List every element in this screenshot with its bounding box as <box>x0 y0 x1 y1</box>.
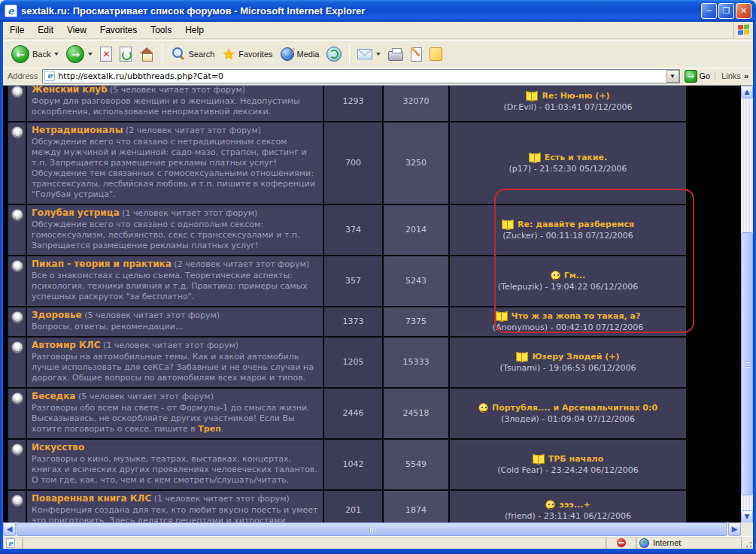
forum-post-count: 3250 <box>383 122 449 204</box>
forum-thread-count: 1042 <box>323 439 383 490</box>
last-post-link[interactable]: ТРБ начало <box>548 454 603 465</box>
minimize-button[interactable]: ─ <box>701 3 717 19</box>
favorites-button[interactable]: ★ Favorites <box>218 45 276 63</box>
forum-post-count: 24518 <box>383 388 449 439</box>
mail-button[interactable] <box>354 47 384 61</box>
search-button[interactable]: Search <box>166 45 218 63</box>
print-button[interactable] <box>384 46 407 62</box>
address-input[interactable]: e http://sextalk.ru/ubbthreads.php?Cat=0… <box>42 69 679 83</box>
horizontal-scrollbar[interactable]: ◀ ▶ <box>3 522 741 536</box>
smiley-icon <box>551 271 560 280</box>
last-post-link[interactable]: Портубля.... и Арсенальчигнах 0:0 <box>492 403 657 413</box>
mail-icon <box>357 49 372 59</box>
menu-tools[interactable]: Tools <box>144 23 178 38</box>
forward-button[interactable] <box>62 44 96 65</box>
media-button[interactable]: Media <box>277 46 323 62</box>
forum-post-count: 5243 <box>383 256 449 307</box>
forum-bulb-icon <box>11 260 23 272</box>
forward-dropdown-icon[interactable] <box>88 53 93 58</box>
forum-table: Женский клуб (5 человек читает этот фору… <box>7 85 688 522</box>
forum-readers: (1 человек читает этот форум) <box>103 341 238 350</box>
forum-post-count: 1874 <box>383 490 449 522</box>
address-dropdown-icon[interactable]: ▼ <box>666 70 679 83</box>
window-border-bottom <box>0 549 756 554</box>
scroll-left-icon[interactable]: ◀ <box>3 522 16 536</box>
forum-link[interactable]: Поваренная книга КЛС <box>32 493 151 504</box>
vertical-scrollbar[interactable]: ▲ ▼ <box>741 86 753 522</box>
forum-link[interactable]: Здоровье <box>32 310 82 320</box>
last-post-link[interactable]: Юзеру Злодей (+) <box>532 352 619 362</box>
history-button[interactable] <box>323 45 345 63</box>
last-post-link[interactable]: Что ж за жопа то такая, а? <box>512 311 641 322</box>
forum-bulb-icon <box>11 311 23 323</box>
menu-help[interactable]: Help <box>178 23 211 38</box>
links-toolbar[interactable]: Links » <box>715 71 751 80</box>
back-button[interactable]: Back <box>8 44 62 65</box>
forum-description: Разговоры о кино, музыке, театрах, выста… <box>32 454 318 486</box>
forum-bulb-icon <box>11 86 23 98</box>
last-post-link[interactable]: Re: Ню-ню (+) <box>542 91 609 101</box>
back-dropdown-icon[interactable] <box>54 53 59 58</box>
zone-label: Internet <box>653 538 681 547</box>
forum-thread-count: 700 <box>323 122 383 204</box>
forum-description: Конференция создана для тех, кто любит в… <box>32 505 318 522</box>
menu-edit[interactable]: Edit <box>31 23 60 38</box>
last-post-link[interactable]: эээ...+ <box>559 500 590 510</box>
smiley-icon <box>545 500 555 510</box>
ie-app-icon: e <box>5 5 17 17</box>
horizontal-scroll-thumb[interactable] <box>17 522 727 536</box>
scroll-right-icon[interactable]: ▶ <box>728 522 741 536</box>
forum-link[interactable]: Беседка <box>32 391 75 401</box>
forum-description: Все о знакомствах с целью съема. Теорети… <box>32 271 318 302</box>
toolbar-separator <box>162 44 162 65</box>
open-book-icon <box>496 312 508 320</box>
close-button[interactable]: ✕ <box>736 3 751 19</box>
stop-button[interactable] <box>96 45 116 63</box>
forum-post-count: 15333 <box>383 337 449 388</box>
go-button[interactable]: → Go <box>680 70 715 83</box>
home-button[interactable] <box>135 46 158 62</box>
last-post-link[interactable]: Re: давайте разберемся <box>518 219 634 230</box>
title-bar[interactable]: e sextalk.ru: Просматривает список форум… <box>0 0 756 22</box>
forum-thread-count: 2446 <box>323 388 383 439</box>
forum-table-body: Женский клуб (5 человек читает этот фору… <box>8 85 687 522</box>
menu-bar: File Edit View Favorites Tools Help <box>3 22 753 39</box>
refresh-button[interactable] <box>116 45 135 63</box>
resize-grip[interactable] <box>743 537 753 549</box>
forum-description: Разговоры на автомобильные темы. Как и к… <box>32 352 318 383</box>
favorites-star-icon: ★ <box>222 47 235 62</box>
edit-button[interactable] <box>407 46 426 63</box>
forum-readers: (2 человек читает этот форум) <box>174 259 309 269</box>
forum-link[interactable]: Пикап - теория и практика <box>32 259 172 269</box>
menu-view[interactable]: View <box>60 23 93 38</box>
maximize-button[interactable]: ❐ <box>718 3 734 19</box>
mail-dropdown-icon[interactable] <box>376 53 381 58</box>
back-icon <box>11 45 29 63</box>
forum-bulb-icon <box>11 209 23 221</box>
address-url[interactable]: http://sextalk.ru/ubbthreads.php?Cat=0 <box>58 71 666 81</box>
forum-row: Беседка (5 человек читает этот форум) Ра… <box>8 388 687 439</box>
vertical-scroll-thumb[interactable] <box>741 232 753 495</box>
forum-link[interactable]: Женский клуб <box>32 85 108 95</box>
forum-link[interactable]: Голубая устрица <box>32 207 120 218</box>
forum-thread-count: 1373 <box>323 307 383 337</box>
messenger-button[interactable] <box>426 46 446 62</box>
scroll-down-icon[interactable]: ▼ <box>741 510 753 522</box>
last-post-link[interactable]: Гм... <box>564 271 586 281</box>
forum-link[interactable]: Нетрадиционалы <box>32 125 123 135</box>
forward-icon <box>66 45 84 63</box>
menu-file[interactable]: File <box>3 23 31 38</box>
last-post-meta: (Zucker) - 00:11:18 07/12/2006 <box>453 231 683 241</box>
inline-forum-link[interactable]: Треп <box>198 424 220 434</box>
open-book-icon <box>502 220 514 229</box>
home-icon <box>139 47 154 61</box>
forum-link[interactable]: Искусство <box>32 442 84 453</box>
forum-thread-count: 1293 <box>323 85 383 122</box>
scroll-up-icon[interactable]: ▲ <box>741 86 753 98</box>
last-post-link[interactable]: Есть и такие. <box>545 153 607 163</box>
blocked-icon <box>617 538 626 547</box>
forum-bulb-icon <box>11 392 23 404</box>
last-post-meta: (Tsunami) - 19:06:53 06/12/2006 <box>453 363 683 374</box>
menu-favorites[interactable]: Favorites <box>93 23 144 38</box>
forum-link[interactable]: Автомир КЛС <box>32 340 101 350</box>
